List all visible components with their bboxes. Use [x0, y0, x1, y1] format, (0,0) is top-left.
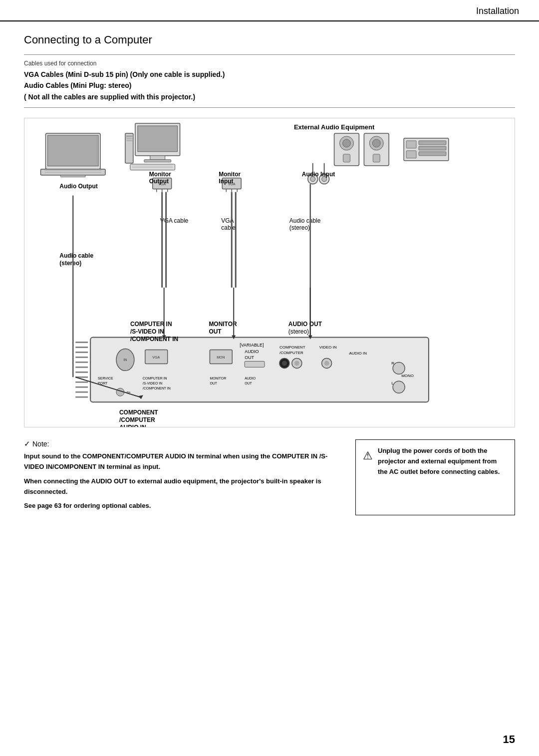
svg-text:Audio cable: Audio cable — [289, 217, 321, 224]
note-text-1: Input sound to the COMPONENT/COMPUTER AU… — [24, 451, 343, 472]
svg-text:/COMPUTER: /COMPUTER — [119, 416, 155, 423]
note-text-3: See page 63 for ordering optional cables… — [24, 501, 343, 511]
svg-text:/COMPONENT IN: /COMPONENT IN — [143, 386, 171, 390]
svg-text:Audio cable: Audio cable — [59, 252, 93, 259]
svg-text:AUDIO OUT: AUDIO OUT — [288, 321, 322, 328]
svg-rect-30 — [419, 152, 446, 156]
svg-text:(stereo): (stereo) — [288, 328, 309, 335]
section-title: Connecting to a Computer — [24, 33, 515, 46]
svg-rect-88 — [245, 362, 265, 368]
svg-text:Audio Input: Audio Input — [302, 171, 335, 178]
warning-text: Unplug the power cords of both the proje… — [378, 446, 508, 477]
note-text-2: When connecting the AUDIO OUT to externa… — [24, 476, 343, 497]
svg-text:Monitor: Monitor — [149, 171, 171, 178]
svg-rect-3 — [40, 169, 105, 175]
note-header: ✓ Note: — [24, 439, 343, 448]
cables-line3: ( Not all the cables are supplied with t… — [24, 93, 195, 101]
page-footer: 15 — [503, 733, 515, 746]
svg-text:COMPONENT: COMPONENT — [279, 345, 305, 350]
svg-text:MONITOR: MONITOR — [209, 321, 237, 328]
svg-text:OUT: OUT — [245, 381, 252, 385]
svg-rect-14 — [126, 140, 132, 141]
svg-rect-29 — [419, 146, 446, 150]
svg-rect-27 — [406, 141, 416, 148]
svg-point-94 — [294, 361, 299, 366]
svg-rect-8 — [138, 126, 178, 152]
svg-text:/S-VIDEO IN: /S-VIDEO IN — [130, 328, 164, 335]
svg-point-100 — [393, 363, 405, 375]
svg-rect-15 — [130, 164, 175, 170]
svg-text:AUDIO IN: AUDIO IN — [119, 424, 146, 427]
svg-text:(stereo): (stereo) — [59, 260, 81, 267]
svg-rect-11 — [125, 133, 133, 163]
main-content: Connecting to a Computer Cables used for… — [0, 21, 539, 530]
diagram-container: External Audio Equipment — [24, 118, 515, 427]
cables-line2: Audio Cables (Mini Plug: stereo) — [24, 81, 131, 89]
svg-rect-13 — [126, 138, 132, 139]
svg-text:IN: IN — [123, 359, 127, 362]
svg-rect-9 — [150, 156, 165, 160]
svg-text:/S-VIDEO IN: /S-VIDEO IN — [143, 381, 163, 385]
svg-text:(stereo): (stereo) — [289, 224, 310, 231]
svg-text:OUT: OUT — [209, 328, 222, 335]
svg-text:AUDIO IN: AUDIO IN — [349, 352, 367, 356]
svg-text:VIDEO IN: VIDEO IN — [319, 345, 337, 350]
cables-line1: VGA Cables (Mini D-sub 15 pin) (Only one… — [24, 70, 225, 78]
note-label: Note: — [32, 440, 49, 448]
svg-rect-2 — [47, 135, 98, 166]
svg-point-92 — [282, 361, 287, 366]
svg-text:OUT: OUT — [210, 381, 217, 385]
svg-text:[VARIABLE]: [VARIABLE] — [240, 343, 264, 348]
page-number: 15 — [503, 733, 515, 746]
svg-text:OUT: OUT — [245, 356, 254, 361]
svg-text:cable: cable — [221, 224, 236, 231]
svg-text:Monitor: Monitor — [219, 171, 241, 178]
diagram-svg: External Audio Equipment — [24, 118, 515, 427]
svg-text:VGA cable: VGA cable — [160, 217, 189, 224]
notes-left: ✓ Note: Input sound to the COMPONENT/COM… — [24, 439, 343, 515]
header-title: Installation — [476, 6, 519, 16]
svg-rect-21 — [343, 154, 350, 162]
svg-text:VGA: VGA — [152, 356, 160, 360]
svg-point-20 — [343, 139, 351, 147]
note-check-icon: ✓ — [24, 439, 30, 448]
cables-label: Cables used for connection — [24, 60, 515, 67]
svg-rect-6 — [60, 175, 85, 177]
svg-text:COMPUTER IN: COMPUTER IN — [130, 321, 172, 328]
notes-section: ✓ Note: Input sound to the COMPONENT/COM… — [24, 439, 515, 515]
svg-text:AUDIO: AUDIO — [245, 350, 259, 355]
svg-text:MONITOR: MONITOR — [210, 377, 226, 380]
svg-point-97 — [324, 361, 329, 366]
svg-text:Output: Output — [149, 178, 169, 185]
svg-rect-25 — [373, 154, 380, 162]
svg-text:External Audio Equipment: External Audio Equipment — [294, 123, 375, 131]
cables-section: Cables used for connection VGA Cables (M… — [24, 54, 515, 108]
svg-text:AUDIO: AUDIO — [245, 377, 256, 380]
svg-point-24 — [372, 139, 380, 147]
page-header: Installation — [0, 0, 539, 21]
svg-text:/COMPONENT IN: /COMPONENT IN — [130, 336, 178, 343]
cables-text: VGA Cables (Mini D-sub 15 pin) (Only one… — [24, 69, 515, 102]
svg-text:/COMPUTER: /COMPUTER — [279, 351, 303, 356]
svg-text:Audio Output: Audio Output — [59, 183, 97, 190]
svg-text:COMPUTER IN: COMPUTER IN — [143, 377, 167, 380]
svg-rect-31 — [406, 151, 416, 158]
svg-rect-28 — [419, 141, 446, 145]
svg-text:COMPONENT: COMPONENT — [119, 409, 158, 416]
svg-rect-10 — [144, 160, 171, 162]
svg-text:Input: Input — [219, 178, 233, 185]
svg-text:MONO: MONO — [401, 374, 414, 378]
svg-rect-12 — [126, 135, 132, 137]
notes-right: ⚠ Unplug the power cords of both the pro… — [355, 439, 515, 515]
svg-point-102 — [393, 381, 405, 393]
warning-icon: ⚠ — [363, 447, 373, 464]
svg-text:SERVICE: SERVICE — [98, 377, 113, 380]
svg-text:MON: MON — [217, 356, 225, 360]
